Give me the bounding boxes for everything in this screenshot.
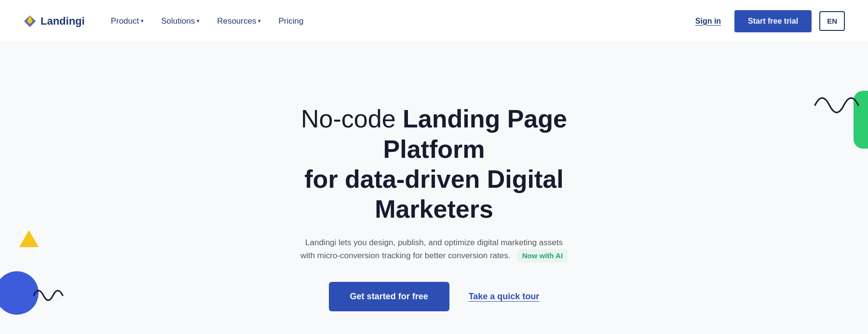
logo-icon — [23, 14, 37, 28]
triangle-decoration — [19, 230, 39, 247]
quick-tour-button[interactable]: Take a quick tour — [469, 292, 540, 302]
start-trial-button[interactable]: Start free trial — [734, 10, 812, 32]
nav-right: Sign in Start free trial EN — [690, 10, 845, 32]
hero-title: No-code Landing Page Platform for data-d… — [265, 104, 603, 224]
squiggle-left-decoration — [29, 266, 68, 305]
nav-left: Landingi Product ▾ Solutions ▾ Resources… — [23, 13, 310, 30]
nav-product[interactable]: Product ▾ — [104, 13, 151, 30]
nav-pricing[interactable]: Pricing — [271, 13, 310, 30]
get-started-button[interactable]: Get started for free — [329, 282, 449, 311]
product-chevron-icon: ▾ — [141, 18, 144, 24]
hero-title-sub: for data-driven Digital Marketers — [304, 165, 563, 223]
nav-resources[interactable]: Resources ▾ — [210, 13, 268, 30]
hero-subtitle: Landingi lets you design, publish, and o… — [299, 236, 569, 263]
squiggle-right-decoration — [810, 81, 868, 129]
hero-title-main: Landing Page Platform — [383, 105, 567, 163]
navbar: Landingi Product ▾ Solutions ▾ Resources… — [0, 0, 868, 42]
hero-title-nocode: No-code — [301, 105, 403, 133]
resources-chevron-icon: ▾ — [258, 18, 261, 24]
now-with-ai-badge[interactable]: Now with AI — [517, 249, 568, 263]
nav-solutions[interactable]: Solutions ▾ — [154, 13, 206, 30]
nav-links: Product ▾ Solutions ▾ Resources ▾ Pricin… — [104, 13, 311, 30]
logo[interactable]: Landingi — [23, 14, 85, 28]
hero-buttons: Get started for free Take a quick tour — [329, 282, 540, 311]
solutions-chevron-icon: ▾ — [197, 18, 200, 24]
sign-in-button[interactable]: Sign in — [690, 13, 727, 29]
brand-name: Landingi — [41, 15, 85, 28]
hero-section: No-code Landing Page Platform for data-d… — [0, 42, 868, 334]
language-selector[interactable]: EN — [819, 11, 845, 31]
